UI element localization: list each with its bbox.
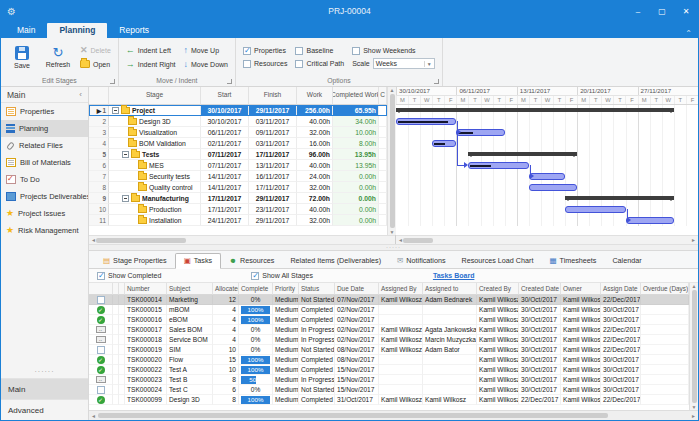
gantt-task-bar[interactable] [432,140,456,147]
column-header-completed-work[interactable]: Completed Work [333,87,379,105]
tab-timesheets[interactable]: ▦Timesheets [541,254,604,268]
not-started-checkbox-icon[interactable] [97,296,105,304]
task-row[interactable]: TSK000019SIM100%MediumNot Started08/Nov/… [89,345,689,355]
show-completed-checkbox[interactable]: Show Completed [97,272,161,280]
open-button[interactable]: Open [76,57,115,71]
move-down-button[interactable]: ↓Move Down [180,57,232,71]
task-row[interactable]: ‥TSK000023Test B850%MediumIn Progress15/… [89,375,689,385]
dialog-launcher-icon[interactable] [434,79,439,84]
dialog-launcher-icon[interactable] [110,79,115,84]
properties-checkbox[interactable]: Properties [239,44,291,57]
stage-row[interactable]: 4BOM Validation02/11/201703/11/201716.00… [89,138,387,149]
baseline-checkbox[interactable]: Baseline [291,44,348,57]
move-up-button[interactable]: ↑Move Up [180,43,232,57]
column-header-subject[interactable]: Subject [167,283,213,295]
stage-horizontal-scrollbar[interactable]: ◄ [89,235,395,244]
minimize-button[interactable]: – [626,1,650,21]
scale-dropdown[interactable]: Weeks▼ [373,58,435,69]
column-header-assigned-by[interactable]: Assigned By [379,283,423,295]
not-started-checkbox-icon[interactable] [97,386,105,394]
stage-row[interactable]: 10Production17/11/201723/11/201740.00h0.… [89,204,387,215]
column-header-start[interactable]: Start [201,87,249,105]
column-header-finish[interactable]: Finish [249,87,297,105]
gantt-summary-bar[interactable] [468,152,577,156]
show-all-stages-checkbox[interactable]: Show All Stages [251,272,313,280]
task-row[interactable]: ✓TSK000020Flow15100%MediumCompleted08/No… [89,355,689,365]
column-header-overdue-days[interactable]: Overdue (Days) [641,283,689,295]
not-started-checkbox-icon[interactable] [97,346,105,354]
column-header-assign-date[interactable]: Assign Date [601,283,641,295]
stage-row[interactable]: 3Visualization06/11/201709/11/201732.00h… [89,127,387,138]
stage-vertical-scrollbar[interactable]: ▲ ▼ [387,87,396,235]
tab-resources-load-chart[interactable]: Resources Load Chart [454,254,542,268]
stage-vscroll-thumb[interactable] [390,94,395,228]
column-header-complete[interactable]: Complete [239,283,273,295]
sidebar-item-to-do[interactable]: To Do [1,171,88,188]
stage-hscroll-thumb[interactable] [96,238,186,243]
scroll-up-icon[interactable]: ▲ [692,283,697,289]
column-header-work[interactable]: Work [297,87,333,105]
column-header-number[interactable]: Number [125,283,167,295]
gantt-task-bar[interactable] [565,206,625,213]
stage-row[interactable]: 7Security tests14/11/201716/11/201724.00… [89,171,387,182]
sidebar-item-properties[interactable]: Properties [1,103,88,120]
sidebar-item-project-issues[interactable]: ★Project Issues [1,205,88,222]
column-header-status[interactable]: Status [299,283,335,295]
gantt-horizontal-scrollbar[interactable]: ◄ ► [396,235,698,244]
task-row[interactable]: TSK000024Test C60%MediumNot Started15/No… [89,385,689,395]
gantt-summary-bar[interactable] [396,108,674,112]
indent-left-button[interactable]: ←Indent Left [122,43,180,57]
column-header-assigned-to[interactable]: Assigned to [423,283,477,295]
delete-button[interactable]: ✕Delete [76,43,115,57]
sidebar-item-related-files[interactable]: Related Files [1,137,88,154]
task-row[interactable]: ‥TSK000018Service BOM40%MediumIn Progres… [89,335,689,345]
task-vertical-scrollbar[interactable]: ▲ ▼ [689,283,698,410]
collapse-node-icon[interactable] [122,195,129,202]
task-row[interactable]: ✓TSK000022Test A10100%MediumCompleted15/… [89,365,689,375]
task-row[interactable]: TSK000014Marketing120%MediumNot Started0… [89,295,689,305]
critical-path-checkbox[interactable]: Critical Path [291,57,348,70]
tasks-board-link[interactable]: Tasks Board [433,272,475,279]
maximize-button[interactable]: ▢ [650,1,674,21]
stage-row[interactable]: ▶1Project30/10/201729/11/2017256.00h65.9… [89,105,387,116]
column-header-created-by[interactable]: Created By [477,283,519,295]
column-header-created-date[interactable]: Created Date [519,283,561,295]
tab-resources[interactable]: ☻Resources [221,254,282,268]
scroll-left-icon[interactable]: ◄ [91,413,96,419]
gantt-task-bar[interactable] [396,118,456,125]
gantt-hscroll-thumb[interactable] [403,238,433,243]
stage-row[interactable]: 8Quality control14/11/201717/11/201732.0… [89,182,387,193]
column-header-due-date[interactable]: Due Date [335,283,379,295]
task-row[interactable]: ‥TSK000017Sales BOM40%MediumIn Progress0… [89,325,689,335]
task-horizontal-scrollbar[interactable]: ◄ ► [89,410,698,420]
dialog-launcher-icon[interactable] [227,79,232,84]
tab-calendar[interactable]: Calendar [604,254,649,268]
sidebar-section-advanced[interactable]: Advanced [1,399,88,420]
collapse-node-icon[interactable] [112,107,119,114]
column-header-allocated[interactable]: Allocated [213,283,239,295]
column-header-owner[interactable]: Owner [561,283,601,295]
tab-notifications[interactable]: ✉Notifications [389,254,453,268]
stage-row[interactable]: 5Tests07/11/201717/11/201796.00h13.95h [89,149,387,160]
gantt-task-bar[interactable] [468,162,528,169]
sidebar-item-risk-management[interactable]: ★Risk Management [1,222,88,239]
task-row[interactable]: ✓TSK000099Design 3D8100%MediumCompleted3… [89,395,689,405]
sidebar-item-bill-of-materials[interactable]: Bill of Materials [1,154,88,171]
save-button[interactable]: Save [5,39,39,75]
column-header-priority[interactable]: Priority [273,283,299,295]
sidebar-item-projects-deliverables[interactable]: Projects Deliverables [1,188,88,205]
scroll-right-icon[interactable]: ► [691,237,696,243]
sidebar-splitter-handle[interactable]: ······ [1,368,88,378]
collapse-sidebar-icon[interactable]: ‹ [79,90,82,99]
tab-related-items-deliverables[interactable]: Related Items (Deliverables) [282,254,389,268]
collapse-node-icon[interactable] [122,151,129,158]
scroll-right-icon[interactable]: ► [691,413,696,419]
task-row[interactable]: ✓TSK000015mBOM4100%MediumCompleted02/Nov… [89,305,689,315]
tab-stage-properties[interactable]: ▤Stage Properties [95,254,175,268]
ribbon-collapse-icon[interactable]: ⌃ [679,29,698,38]
task-row[interactable]: ✓TSK000016eBOM4100%MediumCompleted02/Nov… [89,315,689,325]
scroll-up-icon[interactable]: ▲ [390,87,395,93]
task-hscroll-thumb[interactable] [98,413,608,418]
stage-row[interactable]: 2Design 3D30/10/201703/11/201740.00h34.0… [89,116,387,127]
indent-right-button[interactable]: →Indent Right [122,57,180,71]
